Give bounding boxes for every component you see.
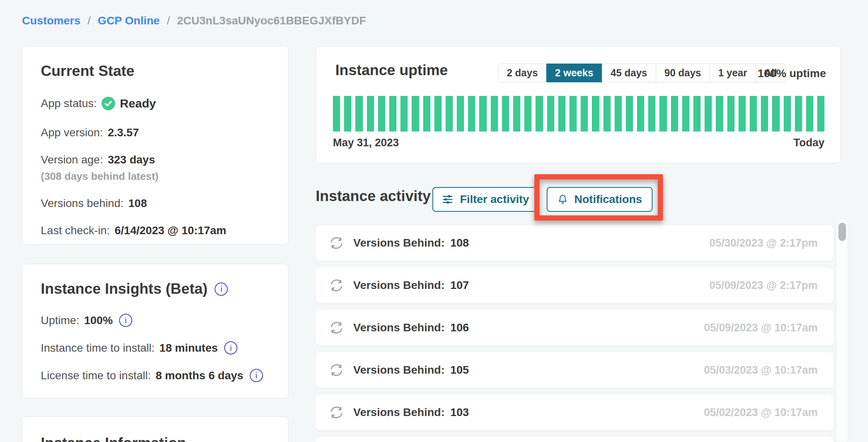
refresh-icon <box>328 277 344 293</box>
uptime-start-label: May 31, 2023 <box>333 137 399 149</box>
activity-row: Versions Behind: 105 05/03/2023 @ 10:17a… <box>316 352 834 388</box>
last-checkin-label: Last check-in: <box>41 224 110 237</box>
range-tab-1-year[interactable]: 1 year <box>709 64 756 82</box>
range-tab-90-days[interactable]: 90 days <box>656 64 710 82</box>
range-tab-2-weeks[interactable]: 2 weeks <box>546 64 602 82</box>
uptime-axis-labels: May 31, 2023 Today <box>333 137 824 149</box>
version-age-label: Version age: <box>41 153 103 166</box>
activity-row-value: 105 <box>450 364 469 376</box>
filter-activity-label: Filter activity <box>460 193 529 206</box>
uptime-bar <box>355 96 362 131</box>
version-age-row: Version age: 323 days <box>41 153 270 166</box>
instance-uptime-card: Instance uptime 2 days 2 weeks 45 days 9… <box>316 46 841 163</box>
notifications-label: Notifications <box>574 193 642 206</box>
uptime-bar <box>795 96 802 131</box>
uptime-bar <box>513 96 520 131</box>
versions-behind-label: Versions behind: <box>41 197 123 210</box>
uptime-bar <box>739 96 746 131</box>
uptime-bar <box>615 96 622 131</box>
uptime-percentage-text: 100% uptime <box>758 67 826 80</box>
refresh-icon <box>328 235 344 251</box>
last-checkin-row: Last check-in: 6/14/2023 @ 10:17am <box>41 224 270 237</box>
uptime-bar <box>761 96 768 131</box>
range-tab-2-days[interactable]: 2 days <box>498 64 547 82</box>
uptime-bar <box>750 96 757 131</box>
activity-row-label: Versions Behind: <box>353 237 445 249</box>
info-icon[interactable]: i <box>224 341 237 354</box>
uptime-bar <box>378 96 385 131</box>
license-install-row: License time to install: 8 months 6 days… <box>41 369 270 382</box>
uptime-bar <box>536 96 543 131</box>
activity-row-timestamp: 05/09/2023 @ 10:17am <box>704 322 818 334</box>
uptime-bar <box>344 96 351 131</box>
uptime-bar <box>626 96 633 131</box>
instance-insights-title: Instance Insights (Beta) <box>41 280 207 298</box>
activity-row: Versions Behind: 106 05/09/2023 @ 10:17a… <box>316 310 834 346</box>
activity-row-timestamp: 05/02/2023 @ 10:17am <box>704 406 818 419</box>
version-age-value: 323 days <box>108 153 155 166</box>
uptime-range-tabs: 2 days 2 weeks 45 days 90 days 1 year Al… <box>498 64 786 82</box>
activity-row-timestamp: 05/09/2023 @ 2:17pm <box>709 279 818 292</box>
instance-install-row: Instance time to install: 18 minutes i <box>41 341 270 354</box>
uptime-row: Uptime: 100% i <box>41 314 270 327</box>
app-version-value[interactable]: 2.3.57 <box>108 126 139 139</box>
filter-activity-button[interactable]: Filter activity <box>432 187 538 212</box>
breadcrumb-link-customers[interactable]: Customers <box>22 14 80 27</box>
uptime-bar <box>333 96 340 131</box>
uptime-bar <box>727 96 735 131</box>
uptime-bar <box>705 96 712 131</box>
info-icon[interactable]: i <box>215 283 228 296</box>
info-icon[interactable]: i <box>119 314 132 327</box>
bell-icon <box>557 194 568 205</box>
instance-information-card: Instance Information <box>22 416 289 442</box>
activity-row-partial <box>316 437 834 442</box>
uptime-bar <box>592 96 599 131</box>
activity-row: Versions Behind: 103 05/02/2023 @ 10:17a… <box>316 394 834 430</box>
uptime-bar <box>446 96 453 131</box>
uptime-bar <box>547 96 554 131</box>
uptime-bar <box>524 96 532 131</box>
sliders-icon <box>441 193 454 206</box>
breadcrumb-link-gcp-online[interactable]: GCP Online <box>98 14 160 27</box>
version-age-note: (308 days behind latest) <box>41 170 270 183</box>
refresh-icon <box>328 404 344 420</box>
instance-install-label: Instance time to install: <box>41 342 155 354</box>
activity-row: Versions Behind: 107 05/09/2023 @ 2:17pm <box>316 267 834 303</box>
activity-row-timestamp: 05/03/2023 @ 10:17am <box>704 364 818 376</box>
current-state-card: Current State App status: Ready App vers… <box>22 46 289 245</box>
license-install-label: License time to install: <box>41 369 151 382</box>
uptime-bar <box>581 96 588 131</box>
activity-row-value: 103 <box>450 406 469 419</box>
info-icon[interactable]: i <box>250 369 263 382</box>
uptime-bar <box>479 96 486 131</box>
uptime-bar <box>817 96 824 131</box>
activity-row-label: Versions Behind: <box>353 279 445 292</box>
uptime-bar <box>603 96 611 131</box>
activity-row-value: 106 <box>450 321 469 334</box>
uptime-bar <box>693 96 701 131</box>
uptime-bars <box>333 96 824 131</box>
notifications-button[interactable]: Notifications <box>547 187 653 212</box>
activity-scrollbar-track[interactable] <box>836 219 848 442</box>
uptime-bar <box>468 96 475 131</box>
uptime-bar <box>671 96 678 131</box>
uptime-bar <box>412 96 419 131</box>
versions-behind-row: Versions behind: 108 <box>41 197 270 210</box>
instance-uptime-title: Instance uptime <box>335 62 448 79</box>
app-version-row: App version: 2.3.57 <box>41 126 270 139</box>
activity-row: Versions Behind: 108 05/30/2023 @ 2:17pm <box>316 225 834 261</box>
activity-row-value: 108 <box>450 237 469 249</box>
app-status-label: App status: <box>41 97 97 110</box>
range-tab-45-days[interactable]: 45 days <box>602 64 656 82</box>
uptime-bar <box>367 96 374 131</box>
instance-install-value: 18 minutes <box>159 342 218 354</box>
activity-scrollbar-thumb[interactable] <box>838 223 846 241</box>
breadcrumb-separator: / <box>167 14 170 27</box>
activity-row-label: Versions Behind: <box>353 406 445 419</box>
refresh-icon <box>328 320 344 336</box>
current-state-title: Current State <box>41 62 270 80</box>
uptime-bar <box>682 96 689 131</box>
uptime-bar <box>784 96 791 131</box>
check-circle-icon <box>102 97 115 110</box>
instance-activity-list: Versions Behind: 108 05/30/2023 @ 2:17pm… <box>316 225 834 442</box>
